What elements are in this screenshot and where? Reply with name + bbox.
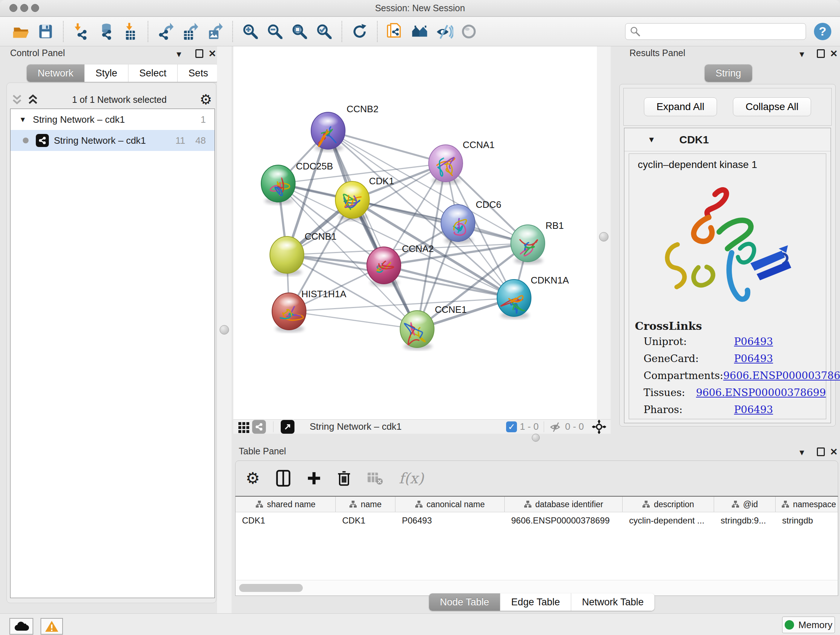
crosslink-row: Uniprot:P06493 [629,333,826,350]
right-splitter[interactable] [597,46,611,419]
collapse-all-icon[interactable] [11,93,23,106]
export-network-icon[interactable] [156,22,175,41]
column-label: shared name [267,500,316,509]
grid-view-icon[interactable] [238,421,250,433]
network-selection-status: 1 of 1 Network selected [72,95,166,105]
left-splitter[interactable] [217,46,232,613]
gene-header-row[interactable]: ▼ CDK1 [624,128,831,151]
network-name: String Network – cdk1 [54,135,146,146]
cloud-button[interactable] [9,618,33,635]
column-header-namespace[interactable]: namespace [775,497,838,512]
warnings-button[interactable] [41,618,63,635]
results-panel-menu-icon[interactable]: ▾ [799,49,804,60]
crosslink-link[interactable]: 9606.ENSP00000378699 [696,386,826,399]
crosslink-link[interactable]: P06493 [734,353,773,364]
gear-icon[interactable]: ⚙ [200,93,212,106]
network-node-CDKN1A[interactable]: CDKN1A [497,275,569,319]
share-document-icon[interactable] [386,22,404,41]
collapse-caret-icon[interactable]: ▼ [19,116,27,124]
network-node-CCNB2[interactable]: CCNB2 [311,103,378,152]
hide-graphics-icon[interactable] [435,22,453,41]
network-node-RB1[interactable]: RB1 [511,220,564,264]
show-columns-icon[interactable] [276,470,291,486]
node-label: CDC6 [476,199,501,210]
table-body: CDK1CDK1P064939606.ENSP00000378699cyclin… [235,512,838,580]
node-label: CCNE1 [435,304,467,315]
horizontal-splitter[interactable] [233,434,840,443]
expand-all-button[interactable]: Expand All [644,97,717,116]
control-panel-close-icon[interactable]: ✕ [208,48,216,59]
open-session-icon[interactable] [12,22,30,41]
delete-column-icon[interactable] [337,470,351,486]
network-node-CCNE1[interactable]: CCNE1 [400,304,467,350]
tab-string[interactable]: String [705,65,752,82]
node-label: CCNA1 [463,139,494,150]
column-header-name[interactable]: name [336,497,395,512]
table-settings-gear-icon[interactable]: ⚙ [246,470,260,486]
crosshair-icon[interactable] [592,420,606,434]
column-header-@id[interactable]: @id [714,497,775,512]
delete-table-icon [367,471,383,486]
tab-edge-table[interactable]: Edge Table [500,593,571,611]
tab-node-table[interactable]: Node Table [429,593,500,611]
crosslink-link[interactable]: P06493 [734,404,773,416]
crosslink-link[interactable]: P06493 [734,336,773,348]
refresh-icon[interactable] [351,22,369,41]
results-panel-float-icon[interactable] [817,49,825,58]
network-node-CDC6[interactable]: CDC6 [441,199,501,244]
open-in-window-icon[interactable] [281,420,294,434]
crosslink-row: GeneCard:P06493 [629,350,826,367]
control-panel-menu-icon[interactable]: ▾ [177,49,181,60]
selected-checkbox-icon[interactable]: ✓ [506,421,517,432]
import-network-icon[interactable] [72,22,90,41]
network-list: ▼ String Network – cdk1 1 String Network… [10,109,215,598]
network-row[interactable]: String Network – cdk1 11 48 [11,130,215,151]
column-header-canonical-name[interactable]: canonical name [395,497,505,512]
column-header-shared-name[interactable]: shared name [235,497,336,512]
zoom-fit-icon[interactable] [291,22,309,41]
save-session-icon[interactable] [36,22,55,41]
collapse-all-button[interactable]: Collapse All [733,97,811,116]
crosslink-link[interactable]: 9606.ENSP00000378699 [723,370,840,382]
tab-sets[interactable]: Sets [178,65,219,82]
column-header-description[interactable]: description [622,497,714,512]
zoom-out-icon[interactable] [266,22,284,41]
zoom-in-icon[interactable] [241,22,259,41]
toolbar-search[interactable] [625,23,806,40]
network-canvas[interactable]: CCNB2CCNA1CDC25BCDK1CDC6RB1CCNB1CCNA2CDK… [233,46,597,419]
import-table-icon[interactable] [121,22,139,41]
network-view[interactable]: CCNB2CCNA1CDC25BCDK1CDC6RB1CCNB1CCNA2CDK… [233,46,597,419]
section-caret-icon[interactable]: ▼ [647,135,655,144]
table-panel-close-icon[interactable]: ✕ [830,447,838,458]
horizontal-splitter-handle[interactable] [532,434,540,442]
tab-network-table[interactable]: Network Table [571,593,655,611]
help-icon[interactable]: ? [814,23,831,40]
expand-all-icon[interactable] [27,93,39,106]
left-splitter-handle[interactable] [219,325,229,334]
tab-select[interactable]: Select [128,65,178,82]
column-header-database-identifier[interactable]: database identifier [505,497,622,512]
zoom-selected-icon[interactable] [315,22,333,41]
right-splitter-handle[interactable] [599,232,608,241]
control-panel-tabs: NetworkStyleSelectSets [27,65,219,82]
memory-button[interactable]: Memory [782,616,835,633]
network-collection-row[interactable]: ▼ String Network – cdk1 1 [11,109,215,130]
show-graphics-details-icon[interactable] [460,22,478,41]
hidden-eye-icon[interactable] [549,420,562,433]
add-column-icon[interactable] [307,471,321,486]
export-table-icon[interactable] [181,22,199,41]
results-panel-close-icon[interactable]: ✕ [830,48,838,59]
scrollbar-thumb[interactable] [239,584,303,592]
results-panel: Expand All Collapse All ▼ CDK1 cyclin–de… [619,84,836,426]
control-panel-float-icon[interactable] [195,49,203,58]
tab-style[interactable]: Style [85,65,128,82]
table-panel-float-icon[interactable] [817,448,825,456]
tab-network[interactable]: Network [27,65,85,82]
import-network-from-database-icon[interactable] [96,22,115,41]
network-badge-icon[interactable] [252,420,266,434]
table-panel-menu-icon[interactable]: ▾ [799,447,804,458]
table-row[interactable]: CDK1CDK1P064939606.ENSP00000378699cyclin… [235,512,838,529]
export-image-icon[interactable] [206,22,224,41]
search-input[interactable] [641,27,793,36]
home-icon[interactable] [411,22,429,41]
